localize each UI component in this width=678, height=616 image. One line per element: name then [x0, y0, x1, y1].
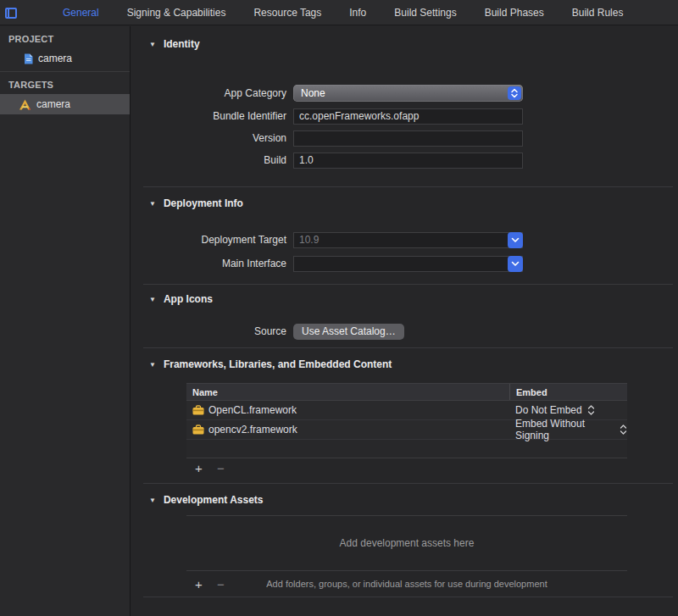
disclosure-triangle-icon[interactable]: ▼: [149, 200, 156, 208]
deployment-info-section-header[interactable]: ▼ Deployment Info: [149, 197, 243, 209]
tab-general[interactable]: General: [63, 7, 99, 19]
chevron-down-icon[interactable]: [508, 256, 523, 272]
framework-name: opencv2.framework: [208, 424, 297, 436]
tab-build-settings[interactable]: Build Settings: [394, 7, 456, 19]
app-category-row: App Category None: [131, 85, 523, 102]
main-interface-label: Main Interface: [131, 258, 286, 269]
version-label: Version: [131, 132, 286, 144]
tab-signing-capabilities[interactable]: Signing & Capabilities: [127, 7, 226, 19]
bundle-identifier-field[interactable]: cc.openFrameworks.ofapp: [293, 108, 523, 125]
general-settings-pane: ▼ Identity App Category None Bundle Iden…: [131, 26, 678, 616]
tab-build-phases[interactable]: Build Phases: [485, 7, 544, 19]
sidebar-toggle-icon[interactable]: [5, 8, 17, 19]
editor-tab-bar: General Signing & Capabilities Resource …: [0, 0, 678, 25]
version-field[interactable]: [293, 130, 523, 147]
xcode-project-editor: General Signing & Capabilities Resource …: [0, 0, 678, 616]
popup-updown-icon[interactable]: [508, 86, 521, 100]
sidebar-item-project-camera[interactable]: camera: [0, 48, 130, 69]
build-row: Build 1.0: [131, 152, 523, 169]
section-divider: [143, 597, 673, 597]
app-category-popup[interactable]: None: [293, 85, 523, 102]
deployment-target-row: Deployment Target 10.9: [131, 231, 523, 248]
project-targets-sidebar: PROJECT camera TARGETS: [0, 26, 131, 616]
project-item-label: camera: [38, 53, 72, 64]
framework-name: OpenCL.framework: [208, 404, 297, 416]
framework-icon: [192, 425, 204, 435]
frameworks-section-header[interactable]: ▼ Frameworks, Libraries, and Embedded Co…: [149, 358, 392, 370]
updown-chevron-icon: [587, 405, 595, 415]
dev-assets-hint: Add folders, groups, or individual asset…: [186, 571, 627, 597]
main-interface-row: Main Interface: [131, 255, 523, 272]
build-label: Build: [131, 154, 286, 166]
deployment-target-label: Deployment Target: [131, 234, 286, 246]
app-icons-section-header[interactable]: ▼ App Icons: [149, 293, 213, 305]
frameworks-table-actions: + −: [193, 461, 226, 475]
identity-title: Identity: [164, 38, 200, 50]
main-interface-combo[interactable]: [293, 256, 523, 272]
embed-select[interactable]: Embed Without Signing: [509, 418, 627, 441]
section-divider: [143, 186, 673, 187]
remove-asset-button[interactable]: −: [215, 577, 226, 591]
identity-section-header[interactable]: ▼ Identity: [149, 38, 200, 50]
source-label: Source: [131, 325, 286, 337]
frameworks-table: Name Embed OpenCL.framework Do Not Emb: [186, 383, 627, 458]
embed-value: Embed Without Signing: [515, 418, 614, 441]
target-item-label: camera: [36, 98, 70, 110]
bundle-identifier-row: Bundle Identifier cc.openFrameworks.ofap…: [131, 108, 523, 125]
tab-resource-tags[interactable]: Resource Tags: [253, 7, 321, 19]
project-section-header: PROJECT: [0, 26, 130, 48]
embed-value: Do Not Embed: [515, 404, 582, 416]
column-header-embed[interactable]: Embed: [509, 384, 627, 400]
version-row: Version: [131, 130, 523, 147]
dev-assets-drop-area[interactable]: Add development assets here: [186, 516, 627, 570]
app-icons-title: App Icons: [164, 293, 213, 305]
section-divider: [143, 483, 673, 484]
app-category-value: None: [301, 87, 325, 99]
development-assets-section-header[interactable]: ▼ Development Assets: [149, 494, 264, 506]
updown-chevron-icon: [620, 425, 627, 435]
disclosure-triangle-icon[interactable]: ▼: [149, 296, 156, 303]
use-asset-catalog-button[interactable]: Use Asset Catalog…: [293, 324, 404, 340]
editor-tabs: General Signing & Capabilities Resource …: [63, 0, 623, 25]
project-document-icon: [24, 53, 33, 64]
dev-assets-empty-message: Add development assets here: [340, 537, 475, 549]
section-divider: [143, 284, 673, 285]
add-asset-button[interactable]: +: [193, 577, 204, 591]
table-row[interactable]: opencv2.framework Embed Without Signing: [186, 420, 627, 440]
chevron-down-icon[interactable]: [508, 232, 523, 248]
development-assets-title: Development Assets: [164, 494, 264, 506]
build-field[interactable]: 1.0: [293, 153, 523, 169]
tab-info[interactable]: Info: [349, 7, 366, 19]
add-framework-button[interactable]: +: [193, 461, 204, 475]
disclosure-triangle-icon[interactable]: ▼: [149, 497, 156, 504]
bundle-identifier-label: Bundle Identifier: [131, 110, 286, 122]
dev-assets-buttons: + −: [193, 577, 226, 591]
section-divider: [143, 347, 673, 348]
frameworks-table-header: Name Embed: [186, 384, 627, 401]
tab-build-rules[interactable]: Build Rules: [572, 7, 624, 19]
deployment-target-combo[interactable]: 10.9: [293, 232, 523, 248]
framework-icon: [192, 405, 204, 415]
app-category-label: App Category: [131, 87, 286, 99]
disclosure-triangle-icon[interactable]: ▼: [149, 361, 156, 369]
sidebar-item-target-camera[interactable]: camera: [0, 94, 130, 114]
column-header-name[interactable]: Name: [186, 387, 509, 397]
app-icons-source-row: Source Use Asset Catalog…: [131, 323, 404, 340]
dev-assets-actions: Add folders, groups, or individual asset…: [186, 571, 627, 597]
frameworks-title: Frameworks, Libraries, and Embedded Cont…: [164, 358, 392, 370]
disclosure-triangle-icon[interactable]: ▼: [149, 41, 156, 48]
deployment-target-value: 10.9: [299, 234, 319, 246]
embed-select[interactable]: Do Not Embed: [509, 404, 627, 416]
table-empty-area: [186, 440, 627, 458]
remove-framework-button[interactable]: −: [215, 461, 226, 475]
targets-section-header: TARGETS: [0, 72, 130, 94]
deployment-info-title: Deployment Info: [164, 197, 243, 209]
app-target-icon: [19, 99, 31, 110]
